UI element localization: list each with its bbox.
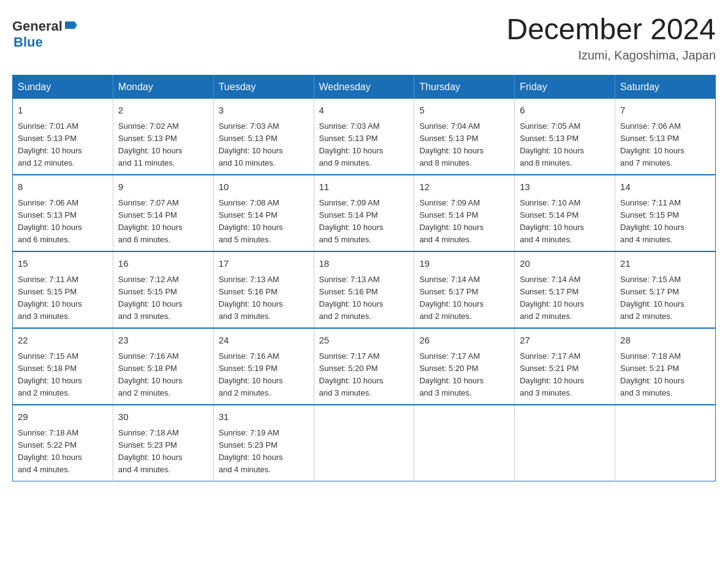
day-number: 15 <box>18 257 108 271</box>
day-info: Sunrise: 7:05 AMSunset: 5:13 PMDaylight:… <box>520 121 584 167</box>
calendar-cell: 28 Sunrise: 7:18 AMSunset: 5:21 PMDaylig… <box>615 328 716 405</box>
day-number: 14 <box>620 180 710 194</box>
calendar-cell: 14 Sunrise: 7:11 AMSunset: 5:15 PMDaylig… <box>615 175 716 251</box>
day-number: 27 <box>520 334 610 348</box>
calendar-cell: 22 Sunrise: 7:15 AMSunset: 5:18 PMDaylig… <box>13 328 113 405</box>
calendar-cell: 31 Sunrise: 7:19 AMSunset: 5:23 PMDaylig… <box>213 405 314 481</box>
day-number: 29 <box>18 410 108 424</box>
day-number: 13 <box>520 180 610 194</box>
day-info: Sunrise: 7:14 AMSunset: 5:17 PMDaylight:… <box>520 275 584 321</box>
day-number: 7 <box>620 104 710 118</box>
day-number: 16 <box>118 257 208 271</box>
day-info: Sunrise: 7:03 AMSunset: 5:13 PMDaylight:… <box>319 121 384 167</box>
day-info: Sunrise: 7:06 AMSunset: 5:13 PMDaylight:… <box>620 121 684 167</box>
day-number: 17 <box>219 257 309 271</box>
title-section: December 2024 Izumi, Kagoshima, Japan <box>506 12 716 63</box>
day-number: 22 <box>18 334 108 348</box>
day-info: Sunrise: 7:03 AMSunset: 5:13 PMDaylight:… <box>219 121 283 167</box>
calendar-cell <box>314 405 414 481</box>
day-number: 28 <box>620 334 710 348</box>
calendar-cell: 16 Sunrise: 7:12 AMSunset: 5:15 PMDaylig… <box>113 251 213 328</box>
calendar-cell: 21 Sunrise: 7:15 AMSunset: 5:17 PMDaylig… <box>615 251 716 328</box>
calendar-table: Sunday Monday Tuesday Wednesday Thursday… <box>12 75 716 481</box>
day-number: 1 <box>18 104 108 118</box>
location-subtitle: Izumi, Kagoshima, Japan <box>506 48 716 63</box>
calendar-cell <box>414 405 515 481</box>
day-number: 8 <box>18 180 108 194</box>
day-number: 12 <box>419 180 509 194</box>
day-info: Sunrise: 7:14 AMSunset: 5:17 PMDaylight:… <box>419 275 483 321</box>
calendar-cell: 18 Sunrise: 7:13 AMSunset: 5:16 PMDaylig… <box>314 251 414 328</box>
calendar-cell: 1 Sunrise: 7:01 AMSunset: 5:13 PMDayligh… <box>13 99 113 175</box>
day-number: 20 <box>520 257 610 271</box>
col-saturday: Saturday <box>615 75 716 99</box>
day-number: 4 <box>319 104 409 118</box>
day-info: Sunrise: 7:01 AMSunset: 5:13 PMDaylight:… <box>18 121 82 167</box>
calendar-cell: 17 Sunrise: 7:13 AMSunset: 5:16 PMDaylig… <box>213 251 314 328</box>
svg-marker-1 <box>75 21 77 29</box>
col-wednesday: Wednesday <box>314 75 414 99</box>
calendar-cell: 26 Sunrise: 7:17 AMSunset: 5:20 PMDaylig… <box>414 328 515 405</box>
page-header: General Blue December 2024 Izumi, Kagosh… <box>12 12 716 63</box>
day-number: 25 <box>319 334 409 348</box>
col-monday: Monday <box>113 75 213 99</box>
day-info: Sunrise: 7:15 AMSunset: 5:18 PMDaylight:… <box>18 351 82 397</box>
calendar-week-row: 8 Sunrise: 7:06 AMSunset: 5:13 PMDayligh… <box>13 175 716 251</box>
day-info: Sunrise: 7:12 AMSunset: 5:15 PMDaylight:… <box>118 275 183 321</box>
day-number: 23 <box>118 334 208 348</box>
calendar-cell: 15 Sunrise: 7:11 AMSunset: 5:15 PMDaylig… <box>13 251 113 328</box>
calendar-cell: 27 Sunrise: 7:17 AMSunset: 5:21 PMDaylig… <box>515 328 615 405</box>
calendar-cell: 19 Sunrise: 7:14 AMSunset: 5:17 PMDaylig… <box>414 251 515 328</box>
calendar-cell: 6 Sunrise: 7:05 AMSunset: 5:13 PMDayligh… <box>515 99 615 175</box>
day-info: Sunrise: 7:04 AMSunset: 5:13 PMDaylight:… <box>419 121 483 167</box>
day-info: Sunrise: 7:17 AMSunset: 5:20 PMDaylight:… <box>319 351 384 397</box>
day-info: Sunrise: 7:13 AMSunset: 5:16 PMDaylight:… <box>219 275 283 321</box>
day-number: 19 <box>419 257 509 271</box>
day-info: Sunrise: 7:18 AMSunset: 5:21 PMDaylight:… <box>620 351 684 397</box>
day-number: 26 <box>419 334 509 348</box>
calendar-week-row: 1 Sunrise: 7:01 AMSunset: 5:13 PMDayligh… <box>13 99 716 175</box>
day-info: Sunrise: 7:08 AMSunset: 5:14 PMDaylight:… <box>219 198 283 244</box>
day-number: 3 <box>219 104 309 118</box>
day-number: 5 <box>419 104 509 118</box>
calendar-cell: 30 Sunrise: 7:18 AMSunset: 5:23 PMDaylig… <box>113 405 213 481</box>
calendar-cell: 29 Sunrise: 7:18 AMSunset: 5:22 PMDaylig… <box>13 405 113 481</box>
day-info: Sunrise: 7:18 AMSunset: 5:23 PMDaylight:… <box>118 428 183 474</box>
logo: General Blue <box>12 18 77 50</box>
calendar-week-row: 15 Sunrise: 7:11 AMSunset: 5:15 PMDaylig… <box>13 251 716 328</box>
day-info: Sunrise: 7:16 AMSunset: 5:19 PMDaylight:… <box>219 351 283 397</box>
day-number: 18 <box>319 257 409 271</box>
day-number: 11 <box>319 180 409 194</box>
calendar-cell: 20 Sunrise: 7:14 AMSunset: 5:17 PMDaylig… <box>515 251 615 328</box>
calendar-cell: 25 Sunrise: 7:17 AMSunset: 5:20 PMDaylig… <box>314 328 414 405</box>
day-info: Sunrise: 7:15 AMSunset: 5:17 PMDaylight:… <box>620 275 684 321</box>
calendar-cell: 11 Sunrise: 7:09 AMSunset: 5:14 PMDaylig… <box>314 175 414 251</box>
day-info: Sunrise: 7:13 AMSunset: 5:16 PMDaylight:… <box>319 275 384 321</box>
col-friday: Friday <box>515 75 615 99</box>
day-info: Sunrise: 7:16 AMSunset: 5:18 PMDaylight:… <box>118 351 183 397</box>
day-info: Sunrise: 7:18 AMSunset: 5:22 PMDaylight:… <box>18 428 82 474</box>
day-number: 10 <box>219 180 309 194</box>
day-info: Sunrise: 7:09 AMSunset: 5:14 PMDaylight:… <box>419 198 483 244</box>
day-info: Sunrise: 7:07 AMSunset: 5:14 PMDaylight:… <box>118 198 183 244</box>
calendar-cell: 24 Sunrise: 7:16 AMSunset: 5:19 PMDaylig… <box>213 328 314 405</box>
day-number: 31 <box>219 410 309 424</box>
calendar-cell: 2 Sunrise: 7:02 AMSunset: 5:13 PMDayligh… <box>113 99 213 175</box>
day-info: Sunrise: 7:19 AMSunset: 5:23 PMDaylight:… <box>219 428 283 474</box>
calendar-cell: 8 Sunrise: 7:06 AMSunset: 5:13 PMDayligh… <box>13 175 113 251</box>
calendar-header-row: Sunday Monday Tuesday Wednesday Thursday… <box>13 75 716 99</box>
calendar-week-row: 29 Sunrise: 7:18 AMSunset: 5:22 PMDaylig… <box>13 405 716 481</box>
calendar-cell: 4 Sunrise: 7:03 AMSunset: 5:13 PMDayligh… <box>314 99 414 175</box>
calendar-cell: 10 Sunrise: 7:08 AMSunset: 5:14 PMDaylig… <box>213 175 314 251</box>
day-number: 2 <box>118 104 208 118</box>
calendar-cell: 3 Sunrise: 7:03 AMSunset: 5:13 PMDayligh… <box>213 99 314 175</box>
day-info: Sunrise: 7:06 AMSunset: 5:13 PMDaylight:… <box>18 198 82 244</box>
day-info: Sunrise: 7:09 AMSunset: 5:14 PMDaylight:… <box>319 198 384 244</box>
day-info: Sunrise: 7:17 AMSunset: 5:21 PMDaylight:… <box>520 351 584 397</box>
logo-blue-text: Blue <box>13 34 43 50</box>
month-year-title: December 2024 <box>506 12 716 46</box>
day-number: 24 <box>219 334 309 348</box>
col-tuesday: Tuesday <box>213 75 314 99</box>
day-info: Sunrise: 7:17 AMSunset: 5:20 PMDaylight:… <box>419 351 483 397</box>
calendar-week-row: 22 Sunrise: 7:15 AMSunset: 5:18 PMDaylig… <box>13 328 716 405</box>
